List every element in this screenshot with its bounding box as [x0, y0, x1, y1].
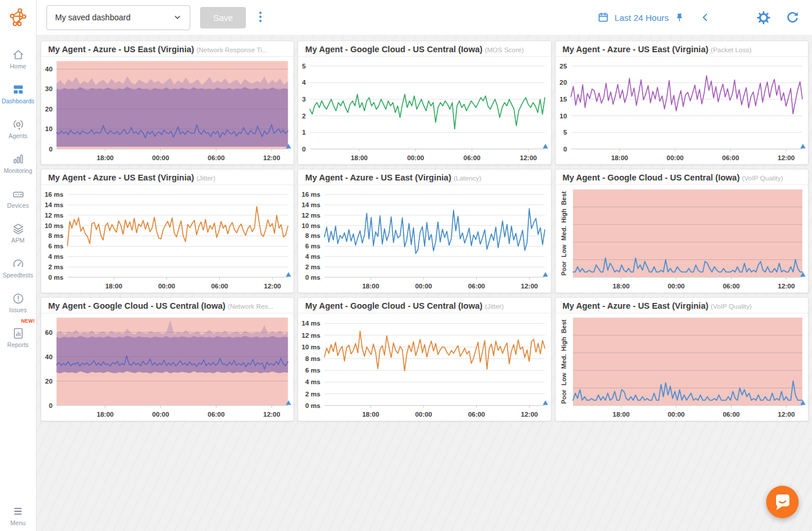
sidebar-item-devices[interactable]: Devices: [0, 181, 36, 216]
chevron-left-icon: [699, 12, 711, 23]
app-logo[interactable]: [0, 0, 36, 35]
chat-launcher-button[interactable]: [766, 486, 799, 518]
sidebar-item-home[interactable]: Home: [0, 42, 36, 77]
hamburger-icon: [12, 507, 24, 516]
chart-canvas[interactable]: 020406018:0000:0006:0012:00: [41, 313, 293, 421]
svg-text:20: 20: [45, 106, 53, 113]
svg-text:25: 25: [559, 63, 567, 70]
sidebar-nav: HomeDashboardsAgentsMonitoringDevicesAPM…: [0, 42, 36, 355]
chart-canvas[interactable]: 01020304018:0000:0006:0012:00: [41, 57, 293, 164]
svg-text:20: 20: [559, 79, 567, 86]
axis-end-marker-icon: [543, 400, 548, 405]
axis-end-marker-icon: [286, 272, 291, 277]
svg-text:5: 5: [563, 129, 567, 136]
more-options-button[interactable]: [253, 8, 267, 27]
svg-text:30: 30: [45, 85, 53, 92]
sidebar-item-issues[interactable]: Issues: [0, 286, 36, 320]
svg-text:16 ms: 16 ms: [45, 191, 63, 198]
brand-network-icon: [8, 7, 28, 28]
chart-card[interactable]: My Agent - Google Cloud - US Central (Io…: [41, 297, 294, 421]
svg-text:0 ms: 0 ms: [306, 274, 321, 281]
svg-text:18:00: 18:00: [351, 154, 368, 161]
chart-subtitle: (VoIP Quality): [742, 175, 783, 182]
svg-text:2 ms: 2 ms: [306, 263, 321, 270]
chart-card-header: My Agent - Google Cloud - US Central (Io…: [298, 41, 550, 57]
svg-text:10 ms: 10 ms: [45, 222, 63, 229]
chart-card[interactable]: My Agent - Azure - US East (Virginia)(Ji…: [41, 169, 294, 293]
chart-card[interactable]: My Agent - Azure - US East (Virginia)(Pa…: [555, 41, 809, 165]
pin-icon: [675, 13, 684, 23]
chart-canvas[interactable]: 0 ms2 ms4 ms6 ms8 ms10 ms12 ms14 ms18:00…: [298, 313, 550, 421]
chart-subtitle: (Network Response Ti...: [197, 46, 268, 53]
svg-text:12:00: 12:00: [778, 283, 795, 290]
chart-canvas[interactable]: 051015202518:0000:0006:0012:00: [556, 57, 808, 164]
svg-text:12:00: 12:00: [778, 411, 795, 418]
svg-text:12:00: 12:00: [521, 283, 538, 290]
svg-text:4 ms: 4 ms: [306, 378, 321, 385]
chart-card-header: My Agent - Azure - US East (Virginia)(Ne…: [41, 41, 293, 57]
axis-end-marker-icon: [543, 144, 548, 149]
svg-text:20: 20: [45, 378, 53, 385]
svg-text:16 ms: 16 ms: [302, 191, 320, 198]
sidebar-item-reports[interactable]: NEW!Reports: [0, 320, 36, 355]
svg-text:06:00: 06:00: [723, 411, 740, 418]
gear-icon: [756, 10, 771, 25]
chart-canvas[interactable]: PoorLowMed.HighBest18:0000:0006:0012:00: [556, 313, 808, 421]
svg-text:06:00: 06:00: [722, 154, 739, 161]
sidebar-item-agents[interactable]: Agents: [0, 111, 36, 146]
chart-canvas[interactable]: 0 ms2 ms4 ms6 ms8 ms10 ms12 ms14 ms16 ms…: [41, 185, 293, 292]
svg-text:Poor: Poor: [560, 389, 567, 404]
chart-title: My Agent - Azure - US East (Virginia): [563, 301, 709, 310]
svg-text:06:00: 06:00: [468, 283, 485, 290]
dashboard-selector-value: My saved dashboard: [55, 13, 172, 22]
save-button[interactable]: Save: [200, 7, 246, 28]
svg-text:12:00: 12:00: [777, 154, 794, 161]
new-badge: NEW!: [21, 318, 35, 324]
sidebar-item-label: Agents: [0, 133, 36, 139]
svg-text:00:00: 00:00: [415, 411, 432, 418]
sidebar-item-speedtests[interactable]: Speedtests: [0, 251, 36, 286]
svg-text:12 ms: 12 ms: [302, 212, 320, 219]
svg-text:1: 1: [302, 129, 306, 136]
svg-text:18:00: 18:00: [106, 283, 122, 290]
sidebar-item-label: Issues: [0, 307, 36, 313]
svg-text:12 ms: 12 ms: [45, 212, 63, 219]
chart-card[interactable]: My Agent - Google Cloud - US Central (Io…: [555, 169, 809, 293]
svg-text:18:00: 18:00: [97, 411, 114, 418]
chart-subtitle: (MOS Score): [485, 46, 524, 53]
chart-canvas[interactable]: PoorLowMed.HighBest18:0000:0006:0012:00: [556, 185, 808, 292]
dashboard-selector[interactable]: My saved dashboard: [46, 5, 190, 30]
chart-subtitle: (Latency): [454, 175, 481, 182]
svg-text:06:00: 06:00: [211, 283, 228, 290]
svg-text:Low: Low: [560, 244, 567, 257]
chart-canvas[interactable]: 01234518:0000:0006:0012:00: [298, 57, 550, 164]
svg-text:High: High: [560, 209, 567, 223]
chart-title: My Agent - Azure - US East (Virginia): [48, 173, 194, 182]
sidebar-item-dashboards[interactable]: Dashboards: [0, 77, 36, 111]
chart-card-header: My Agent - Azure - US East (Virginia)(Pa…: [556, 41, 808, 57]
svg-text:8 ms: 8 ms: [306, 355, 321, 362]
settings-button[interactable]: [756, 10, 771, 25]
chart-subtitle: (Jitter): [197, 175, 216, 182]
chart-card[interactable]: My Agent - Google Cloud - US Central (Io…: [298, 297, 551, 421]
devices-icon: [12, 187, 25, 201]
sidebar-item-apm[interactable]: APM: [0, 216, 36, 251]
svg-text:06:00: 06:00: [468, 411, 485, 418]
svg-text:18:00: 18:00: [612, 283, 629, 290]
sidebar-item-monitoring[interactable]: Monitoring: [0, 146, 36, 181]
chart-canvas[interactable]: 0 ms2 ms4 ms6 ms8 ms10 ms12 ms14 ms16 ms…: [298, 185, 550, 292]
sidebar-item-label: Reports: [0, 342, 36, 348]
svg-text:12:00: 12:00: [520, 154, 537, 161]
svg-text:18:00: 18:00: [611, 154, 628, 161]
refresh-button[interactable]: [785, 10, 800, 25]
sidebar-item-label: Devices: [0, 203, 36, 209]
time-range-button[interactable]: Last 24 Hours: [597, 12, 684, 23]
chart-card[interactable]: My Agent - Google Cloud - US Central (Io…: [298, 41, 551, 165]
apm-icon: [12, 222, 25, 236]
sidebar-item-menu[interactable]: Menu: [0, 507, 36, 526]
chart-card[interactable]: My Agent - Azure - US East (Virginia)(Ne…: [41, 41, 294, 165]
main-area: My saved dashboard Save Last 24 Hours: [37, 0, 812, 531]
chart-card[interactable]: My Agent - Azure - US East (Virginia)(La…: [298, 169, 551, 293]
collapse-panel-button[interactable]: [699, 12, 711, 23]
chart-card[interactable]: My Agent - Azure - US East (Virginia)(Vo…: [555, 297, 809, 421]
